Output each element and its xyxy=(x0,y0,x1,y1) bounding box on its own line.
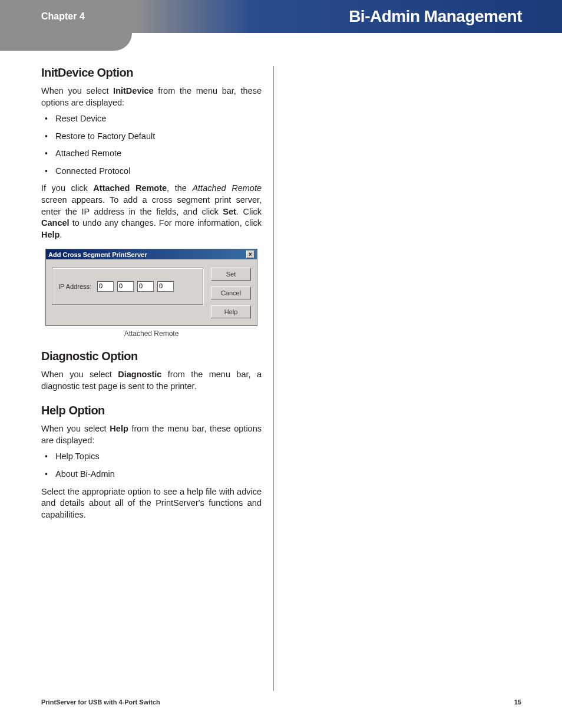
dialog-body: IP Address: 0 0 0 0 Set Cancel Help xyxy=(46,259,257,325)
attached-remote-figure: Add Cross Segment PrintServer × IP Addre… xyxy=(41,249,262,338)
list-item: Connected Protocol xyxy=(41,166,262,177)
dialog-titlebar: Add Cross Segment PrintServer × xyxy=(46,249,257,259)
help-button[interactable]: Help xyxy=(211,305,251,318)
ip-address-group: IP Address: 0 0 0 0 xyxy=(52,268,204,305)
chapter-label: Chapter 4 xyxy=(0,0,132,33)
page-title: Bi-Admin Management xyxy=(349,0,522,33)
close-icon[interactable]: × xyxy=(246,251,254,258)
right-column xyxy=(274,66,507,691)
ip-octet-4[interactable]: 0 xyxy=(157,281,174,292)
ip-address-label: IP Address: xyxy=(58,283,91,290)
ip-octet-2[interactable]: 0 xyxy=(117,281,134,292)
list-item: Help Topics xyxy=(41,451,262,463)
footer-page-number: 15 xyxy=(514,699,521,706)
initdevice-details: If you click Attached Remote, the Attach… xyxy=(41,183,262,241)
diagnostic-heading: Diagnostic Option xyxy=(41,350,262,363)
page-footer: PrintServer for USB with 4-Port Switch 1… xyxy=(41,699,521,706)
help-outro: Select the appropriate option to see a h… xyxy=(41,486,262,521)
attached-remote-dialog: Add Cross Segment PrintServer × IP Addre… xyxy=(45,249,257,326)
dialog-title-text: Add Cross Segment PrintServer xyxy=(48,251,147,258)
chapter-tab-extension xyxy=(0,33,132,51)
ip-octet-1[interactable]: 0 xyxy=(97,281,114,292)
cancel-button[interactable]: Cancel xyxy=(211,286,251,299)
ip-fields: 0 0 0 0 xyxy=(97,281,174,292)
initdevice-intro: When you select InitDevice from the menu… xyxy=(41,85,262,108)
ip-octet-3[interactable]: 0 xyxy=(137,281,154,292)
initdevice-heading: InitDevice Option xyxy=(41,66,262,80)
help-list: Help Topics About Bi-Admin xyxy=(41,451,262,480)
list-item: Restore to Factory Default xyxy=(41,131,262,143)
left-column: InitDevice Option When you select InitDe… xyxy=(41,66,274,691)
diagnostic-text: When you select Diagnostic from the menu… xyxy=(41,369,262,392)
page-header: Chapter 4 Bi-Admin Management xyxy=(0,0,562,33)
figure-caption: Attached Remote xyxy=(41,330,262,338)
list-item: Reset Device xyxy=(41,113,262,125)
page-body: InitDevice Option When you select InitDe… xyxy=(41,66,521,691)
footer-product: PrintServer for USB with 4-Port Switch xyxy=(41,699,160,706)
set-button[interactable]: Set xyxy=(211,268,251,281)
initdevice-list: Reset Device Restore to Factory Default … xyxy=(41,113,262,177)
dialog-buttons: Set Cancel Help xyxy=(211,268,251,318)
help-heading: Help Option xyxy=(41,404,262,417)
help-intro: When you select Help from the menu bar, … xyxy=(41,423,262,446)
list-item: Attached Remote xyxy=(41,148,262,160)
list-item: About Bi-Admin xyxy=(41,469,262,480)
